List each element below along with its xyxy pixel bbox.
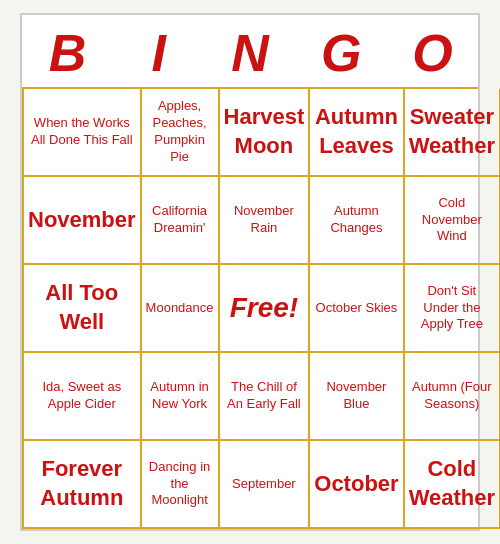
bingo-cell-4: Sweater Weather	[405, 89, 500, 177]
bingo-cell-24: Cold Weather	[405, 441, 500, 529]
bingo-cell-15: Ida, Sweet as Apple Cider	[24, 353, 142, 441]
bingo-cell-23: October	[310, 441, 404, 529]
bingo-cell-17: The Chill of An Early Fall	[220, 353, 311, 441]
bingo-cell-1: Apples, Peaches, Pumpkin Pie	[142, 89, 220, 177]
bingo-cell-2: Harvest Moon	[220, 89, 311, 177]
bingo-cell-18: November Blue	[310, 353, 404, 441]
bingo-cell-13: October Skies	[310, 265, 404, 353]
bingo-cell-5: November	[24, 177, 142, 265]
bingo-cell-19: Autumn (Four Seasons)	[405, 353, 500, 441]
bingo-letter-o: O	[387, 15, 478, 87]
bingo-letter-g: G	[296, 15, 387, 87]
bingo-letter-i: I	[113, 15, 204, 87]
bingo-cell-3: Autumn Leaves	[310, 89, 404, 177]
bingo-cell-7: November Rain	[220, 177, 311, 265]
bingo-cell-6: California Dreamin'	[142, 177, 220, 265]
bingo-cell-16: Autumn in New York	[142, 353, 220, 441]
bingo-grid: When the Works All Done This FallApples,…	[22, 87, 478, 529]
bingo-cell-8: Autumn Changes	[310, 177, 404, 265]
bingo-cell-22: September	[220, 441, 311, 529]
bingo-letter-n: N	[204, 15, 295, 87]
bingo-cell-11: Moondance	[142, 265, 220, 353]
bingo-cell-9: Cold November Wind	[405, 177, 500, 265]
bingo-cell-12: Free!	[220, 265, 311, 353]
bingo-cell-20: Forever Autumn	[24, 441, 142, 529]
bingo-cell-0: When the Works All Done This Fall	[24, 89, 142, 177]
bingo-cell-21: Dancing in the Moonlight	[142, 441, 220, 529]
bingo-cell-14: Don't Sit Under the Apply Tree	[405, 265, 500, 353]
bingo-card: BINGO When the Works All Done This FallA…	[20, 13, 480, 531]
bingo-letter-b: B	[22, 15, 113, 87]
bingo-cell-10: All Too Well	[24, 265, 142, 353]
bingo-header: BINGO	[22, 15, 478, 87]
